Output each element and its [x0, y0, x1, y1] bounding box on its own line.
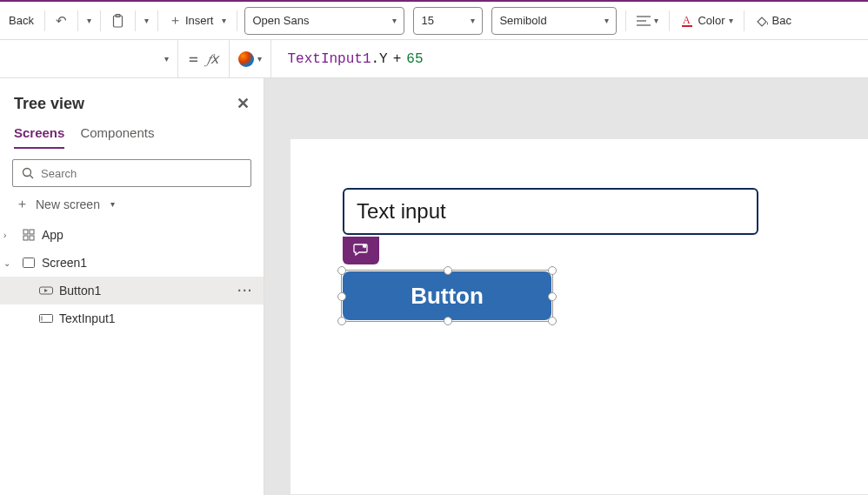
paste-button[interactable] — [104, 7, 131, 35]
fill-icon — [755, 14, 769, 27]
design-canvas[interactable]: Text input + Button — [290, 139, 868, 494]
svg-rect-9 — [23, 230, 28, 234]
formula-token-property: Y — [379, 51, 388, 67]
font-weight-select[interactable]: Semibold ▾ — [491, 7, 617, 35]
undo-icon: ↶ — [56, 13, 67, 29]
chevron-down-icon: ▾ — [144, 16, 149, 25]
control-button1[interactable]: Button — [343, 271, 551, 320]
tree-node-textinput1[interactable]: TextInput1 — [0, 304, 264, 332]
plus-icon: ＋ — [16, 196, 29, 212]
font-color-icon: A — [680, 14, 694, 28]
divider — [669, 10, 670, 31]
svg-rect-13 — [23, 258, 35, 268]
search-icon — [22, 167, 34, 179]
back-button[interactable]: Back — [2, 7, 41, 35]
tree-node-app[interactable]: › App — [0, 221, 264, 249]
undo-menu[interactable]: ▾ — [82, 7, 97, 35]
button-label: Button — [411, 283, 484, 310]
formula-token-control: TextInput1 — [287, 51, 371, 67]
chevron-down-icon: ▾ — [471, 16, 475, 25]
screen-icon — [21, 258, 37, 268]
svg-rect-11 — [23, 236, 28, 240]
comment-icon: + — [353, 243, 369, 259]
svg-text:A: A — [683, 14, 691, 26]
divider — [135, 10, 136, 31]
tree-node-label: Screen1 — [42, 256, 87, 270]
copilot-button[interactable]: ▾ — [230, 40, 271, 78]
font-size-select[interactable]: 15 ▾ — [413, 7, 483, 35]
clipboard-icon — [111, 14, 124, 28]
paste-menu[interactable]: ▾ — [139, 7, 154, 35]
textinput-value: Text input — [357, 199, 446, 224]
search-input[interactable] — [12, 159, 251, 187]
more-icon[interactable]: ··· — [237, 284, 253, 298]
control-textinput1[interactable]: Text input — [343, 188, 758, 235]
chevron-down-icon: ▾ — [729, 16, 733, 25]
insert-button[interactable]: ＋ Insert ▾ — [162, 7, 234, 35]
formula-token-number: 65 — [406, 51, 423, 67]
background-button[interactable]: Bac — [748, 7, 798, 35]
new-screen-button[interactable]: ＋ New screen ▾ — [12, 187, 251, 221]
tab-components[interactable]: Components — [80, 125, 154, 149]
svg-rect-10 — [30, 230, 34, 234]
chevron-down-icon: ▾ — [392, 16, 397, 25]
svg-rect-6 — [682, 25, 692, 27]
chevron-down-icon: ▾ — [654, 16, 658, 25]
chevron-down-icon: ▾ — [257, 54, 262, 64]
chevron-down-icon: ⌄ — [3, 258, 16, 268]
search-field[interactable] — [41, 167, 242, 180]
divider — [100, 10, 101, 31]
svg-point-7 — [23, 169, 31, 177]
chevron-right-icon: › — [3, 231, 16, 240]
chevron-down-icon: ▾ — [222, 16, 226, 25]
tree-node-label: TextInput1 — [59, 311, 116, 325]
divider — [744, 10, 744, 31]
divider — [44, 10, 45, 31]
canvas-area: Text input + Button — [264, 78, 868, 495]
chevron-down-icon: ▾ — [164, 54, 169, 64]
plus-icon: ＋ — [169, 12, 182, 29]
tree-node-button1[interactable]: Button1 ··· — [0, 277, 264, 304]
property-selector[interactable]: ▾ — [0, 40, 178, 78]
svg-rect-12 — [30, 236, 34, 240]
formula-bar: ▾ = 𝑓x ▾ TextInput1.Y + 65 — [0, 40, 868, 78]
divider — [625, 10, 626, 31]
close-icon[interactable]: ✕ — [237, 94, 250, 113]
fx-label: = 𝑓x — [178, 40, 230, 78]
tree-node-screen1[interactable]: ⌄ Screen1 — [0, 249, 264, 277]
divider — [77, 10, 78, 31]
formula-token-operator: + — [388, 51, 407, 67]
undo-button[interactable]: ↶ — [49, 7, 74, 35]
copilot-icon — [238, 51, 254, 67]
main-area: Tree view ✕ Screens Components ＋ New scr… — [0, 78, 868, 495]
formula-input[interactable]: TextInput1.Y + 65 — [271, 40, 868, 78]
tree-view-header: Tree view ✕ — [0, 87, 264, 117]
app-icon — [21, 229, 37, 241]
color-button[interactable]: A Color ▾ — [673, 7, 739, 35]
ribbon: Back ↶ ▾ ▾ ＋ Insert ▾ Open Sans ▾ 15 ▾ S… — [0, 2, 868, 40]
chevron-down-icon: ▾ — [110, 199, 115, 209]
align-icon — [637, 15, 651, 27]
tree-tabs: Screens Components — [0, 117, 264, 149]
divider — [237, 10, 237, 31]
tree-node-label: App — [42, 228, 63, 242]
svg-line-8 — [30, 176, 34, 179]
button-control-icon — [38, 285, 54, 296]
font-family-select[interactable]: Open Sans ▾ — [244, 7, 404, 35]
tree-view-panel: Tree view ✕ Screens Components ＋ New scr… — [0, 78, 264, 495]
tab-screens[interactable]: Screens — [14, 125, 64, 149]
chevron-down-icon: ▾ — [87, 16, 91, 25]
tree-view-title: Tree view — [14, 95, 84, 113]
align-button[interactable]: ▾ — [630, 7, 665, 35]
chevron-down-icon: ▾ — [604, 16, 609, 25]
formula-token-dot: . — [371, 51, 380, 67]
textinput-control-icon — [38, 314, 54, 323]
tree-node-label: Button1 — [59, 284, 101, 298]
comment-indicator[interactable]: + — [343, 237, 379, 264]
divider — [157, 10, 158, 31]
